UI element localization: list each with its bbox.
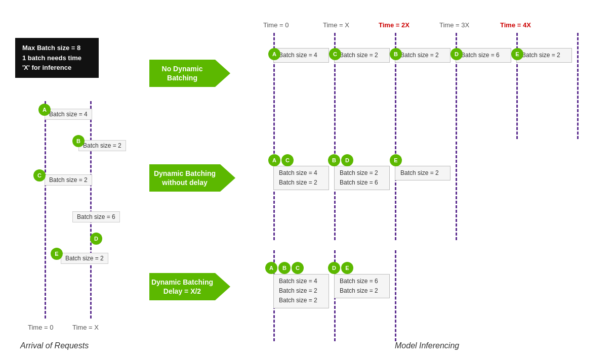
batch-c-arrival: Batch size = 2 bbox=[45, 174, 92, 186]
batch-b-arrival: Batch size = 2 bbox=[78, 140, 126, 151]
infer-r3-de: Batch size = 6Batch size = 2 bbox=[334, 274, 390, 298]
infer-r2-e: Batch size = 2 bbox=[395, 166, 451, 180]
badges-r3-de: D E bbox=[328, 262, 353, 274]
col-line-4b bbox=[456, 142, 457, 240]
arrow-dynamic-no-delay-label: Dynamic Batching without delay bbox=[154, 169, 216, 187]
arrival-line-t0 bbox=[45, 101, 46, 318]
infer-time4x: Time = 4X bbox=[500, 21, 531, 29]
footer-arrival: Arrival of Requests bbox=[20, 341, 89, 350]
badge-r1-d: D bbox=[451, 48, 463, 60]
arrow-dynamic-delay-label: Dynamic Batching Delay = X/2 bbox=[151, 278, 213, 296]
badge-r1-b: B bbox=[390, 48, 402, 60]
infer-time2x: Time = 2X bbox=[379, 21, 410, 29]
badges-r3-abc: A B C bbox=[265, 262, 304, 274]
arrival-time0: Time = 0 bbox=[28, 324, 53, 331]
col-line-3c bbox=[395, 250, 396, 341]
badge-r2-b: B bbox=[328, 154, 340, 166]
badge-r1-c: C bbox=[329, 48, 341, 60]
badge-r3-e: E bbox=[341, 262, 353, 274]
footer-inferencing: Model Inferencing bbox=[395, 341, 459, 350]
badge-r1-a: A bbox=[268, 48, 280, 60]
badge-r3-d: D bbox=[328, 262, 340, 274]
arrival-timex: Time = X bbox=[72, 324, 99, 331]
infer-time0: Time = 0 bbox=[263, 21, 289, 29]
badges-r2-ac: A C bbox=[268, 154, 294, 166]
badge-r3-a: A bbox=[265, 262, 277, 274]
batch-d-arrival: Batch size = 6 bbox=[72, 211, 120, 222]
arrow-dynamic-delay: Dynamic Batching Delay = X/2 bbox=[149, 273, 215, 300]
badge-r3-b: B bbox=[278, 262, 291, 274]
info-line1: Max Batch size = 8 bbox=[22, 44, 80, 52]
infer-r1-e: Batch size = 2 bbox=[516, 48, 572, 63]
infer-r1-a: Batch size = 4 bbox=[273, 48, 329, 63]
infer-r2-bd: Batch size = 2Batch size = 6 bbox=[334, 166, 390, 190]
badge-r2-c: C bbox=[281, 154, 294, 166]
infer-r1-b: Batch size = 2 bbox=[395, 48, 451, 63]
badge-r2-e: E bbox=[390, 154, 402, 166]
batch-a-arrival: Batch size = 4 bbox=[45, 109, 92, 120]
badge-r2-a: A bbox=[268, 154, 280, 166]
info-line3: 'X' for inference bbox=[22, 64, 71, 71]
infer-r1-c: Batch size = 2 bbox=[334, 48, 390, 63]
info-line2: 1 batch needs time bbox=[22, 54, 81, 62]
info-box: Max Batch size = 8 1 batch needs time 'X… bbox=[15, 38, 99, 78]
col-line-6a bbox=[577, 33, 579, 139]
infer-time3x: Time = 3X bbox=[439, 21, 469, 29]
badge-r2-d: D bbox=[341, 154, 353, 166]
badge-c-arrival: C bbox=[33, 169, 46, 181]
batch-e-arrival: Batch size = 2 bbox=[61, 253, 108, 264]
arrow-dynamic-no-delay: Dynamic Batching without delay bbox=[149, 164, 220, 192]
arrow-no-dynamic-label: No Dynamic Batching bbox=[162, 64, 203, 82]
infer-r3-abc: Batch size = 4Batch size = 2Batch size =… bbox=[273, 274, 329, 308]
badges-r2-bd: B D bbox=[328, 154, 353, 166]
infer-timex: Time = X bbox=[323, 21, 349, 29]
infer-r2-ac: Batch size = 4Batch size = 2 bbox=[273, 166, 329, 190]
badge-r1-e: E bbox=[511, 48, 523, 60]
arrival-line-tx bbox=[90, 101, 92, 318]
badge-b-arrival: B bbox=[72, 135, 85, 147]
infer-r1-d: Batch size = 6 bbox=[456, 48, 511, 63]
badge-e-arrival: E bbox=[51, 248, 63, 260]
arrow-no-dynamic: No Dynamic Batching bbox=[149, 60, 215, 87]
badge-r3-c: C bbox=[292, 262, 304, 274]
badge-a-arrival: A bbox=[38, 104, 51, 116]
badge-d-arrival: D bbox=[90, 233, 102, 245]
